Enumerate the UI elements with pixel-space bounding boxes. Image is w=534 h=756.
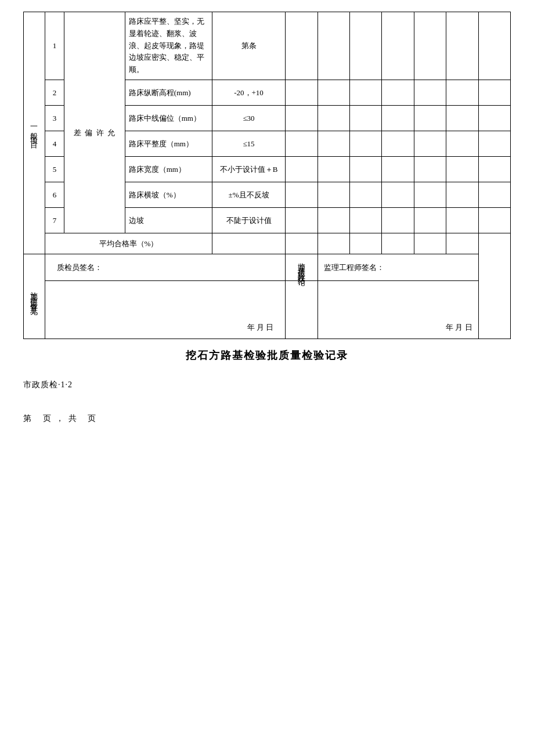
- item-name-4: 路床平整度（mm）: [125, 131, 212, 156]
- footer-title: 挖石方路基检验批质量检验记录: [23, 348, 511, 362]
- item-name-5: 路床宽度（mm）: [125, 156, 212, 182]
- allow-diff-text: 允许偏差: [72, 123, 117, 125]
- row-number-2: 2: [45, 80, 64, 105]
- data-1-2: [317, 12, 349, 80]
- data-1-7: [478, 12, 510, 80]
- supervisor-spacer: [286, 281, 317, 339]
- item-name-3: 路床中线偏位（mm）: [125, 105, 212, 131]
- section-label-cell: 一般项目: [24, 12, 45, 254]
- main-table: 一般项目 1 允许偏差 路床应平整、坚实，无显着轮迹、翻浆、波浪、起皮等现象，路…: [23, 12, 511, 339]
- section-label: 一般项目: [28, 122, 40, 141]
- quality-inspector-label: 质检员签名：: [45, 254, 286, 281]
- standard-7: 不陡于设计值: [212, 207, 286, 233]
- standard-4: ≤15: [212, 131, 286, 156]
- data-1-6: [446, 12, 478, 80]
- data-1-1: [286, 12, 317, 80]
- page-info: 第 页，共 页: [23, 413, 511, 424]
- item-name-1: 路床应平整、坚实，无显着轮迹、翻浆、波浪、起皮等现象，路堤边坡应密实、稳定、平顺…: [125, 12, 212, 80]
- signature-row-top: 施工单位检查意见 质检员签名： 监理单位验收结论 监理工程师签名：: [24, 254, 511, 281]
- data-1-3: [350, 12, 382, 80]
- table-row-1: 一般项目 1 允许偏差 路床应平整、坚实，无显着轮迹、翻浆、波浪、起皮等现象，路…: [24, 12, 511, 80]
- sub-title: 市政质检·1·2: [23, 380, 511, 390]
- data-1-4: [382, 12, 414, 80]
- row-number-4: 4: [45, 131, 64, 156]
- date-right: 年 月 日: [317, 281, 478, 339]
- average-label: 平均合格率（%）: [45, 233, 212, 254]
- date-left: 年 月 日: [45, 281, 286, 339]
- row-number-1: 1: [45, 12, 64, 80]
- row-number-7: 7: [45, 207, 64, 233]
- allow-diff-label: 允许偏差: [64, 12, 125, 233]
- supervisor-cell-middle: 监理单位验收结论: [286, 254, 317, 281]
- standard-1: 第条: [212, 12, 286, 80]
- row-number-3: 3: [45, 105, 64, 131]
- supervisor-label: 监理工程师签名：: [317, 254, 478, 281]
- signature-row-date: 年 月 日 年 月 日: [24, 281, 511, 339]
- data-1-5: [414, 12, 446, 80]
- item-name-7: 边坡: [125, 207, 212, 233]
- standard-2: -20，+10: [212, 80, 286, 105]
- item-name-6: 路床横坡（%）: [125, 182, 212, 207]
- row-number-6: 6: [45, 182, 64, 207]
- construction-unit-label: 施工单位检查意见: [24, 254, 45, 339]
- standard-3: ≤30: [212, 105, 286, 131]
- standard-5: 不小于设计值＋B: [212, 156, 286, 182]
- item-name-2: 路床纵断高程(mm): [125, 80, 212, 105]
- average-row: 平均合格率（%）: [24, 233, 511, 254]
- row-number-5: 5: [45, 156, 64, 182]
- standard-6: ±%且不反坡: [212, 182, 286, 207]
